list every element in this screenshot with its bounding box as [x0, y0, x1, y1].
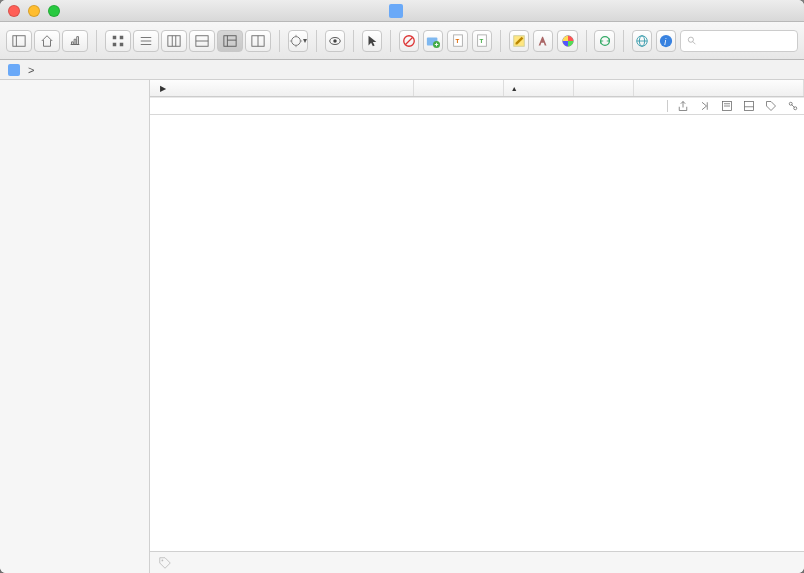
svg-point-37 [688, 37, 693, 42]
svg-point-19 [291, 36, 300, 45]
sidebar[interactable] [0, 80, 150, 573]
col-name[interactable]: ▶ [150, 80, 414, 96]
text-view-icon[interactable] [720, 100, 734, 112]
col-size[interactable] [574, 80, 634, 96]
zoom-window-button[interactable] [48, 5, 60, 17]
view-columns-button[interactable] [161, 30, 187, 52]
home-button[interactable] [34, 30, 60, 52]
view-three-pane-button[interactable] [217, 30, 243, 52]
file-list-footer [150, 97, 804, 114]
web-button[interactable] [632, 30, 652, 52]
new-group-button[interactable] [423, 30, 443, 52]
svg-rect-3 [120, 35, 124, 39]
colors-button[interactable] [557, 30, 577, 52]
view-list-button[interactable] [133, 30, 159, 52]
separator [353, 30, 354, 52]
sync-button[interactable] [594, 30, 614, 52]
tag-view-icon[interactable] [764, 100, 778, 112]
new-formatted-note-button[interactable]: T [472, 30, 492, 52]
view-icons-button[interactable] [105, 30, 131, 52]
svg-rect-0 [13, 35, 25, 46]
svg-line-23 [405, 37, 412, 44]
see-also-icon[interactable] [786, 100, 800, 112]
svg-rect-4 [113, 42, 117, 46]
action-menu-button[interactable]: ▾ [288, 30, 308, 52]
separator [586, 30, 587, 52]
sidebar-toggle-button[interactable] [6, 30, 32, 52]
svg-line-38 [693, 41, 696, 44]
document-icon [389, 4, 403, 18]
separator [623, 30, 624, 52]
separator [279, 30, 280, 52]
titlebar [0, 0, 804, 22]
cursor-button[interactable] [362, 30, 382, 52]
col-kind[interactable]: ▲ [504, 80, 574, 96]
main-area: ▶ ▲ [0, 80, 804, 573]
content-pane: ▶ ▲ [150, 80, 804, 573]
view-split-v-button[interactable] [245, 30, 271, 52]
toolbar: ▾ T T i [0, 22, 804, 60]
sorter-button[interactable] [62, 30, 88, 52]
quicklook-button[interactable] [325, 30, 345, 52]
window-title [389, 4, 415, 18]
share-icon[interactable] [676, 100, 690, 112]
app-window: ▾ T T i > ▶ [0, 0, 804, 573]
file-list[interactable]: ▶ ▲ [150, 80, 804, 115]
svg-rect-9 [168, 35, 180, 46]
fonts-button[interactable] [533, 30, 553, 52]
preview-down-icon[interactable] [742, 100, 756, 112]
reveal-icon[interactable] [698, 100, 712, 112]
svg-rect-2 [113, 35, 117, 39]
view-split-h-button[interactable] [189, 30, 215, 52]
tag-bar[interactable] [150, 551, 804, 573]
database-icon [8, 64, 20, 76]
path-bar[interactable]: > [0, 60, 804, 80]
svg-point-48 [162, 559, 164, 561]
search-icon [687, 35, 697, 47]
path-sep: > [28, 64, 34, 76]
svg-line-47 [792, 105, 795, 108]
edit-button[interactable] [509, 30, 529, 52]
file-list-header[interactable]: ▶ ▲ [150, 80, 804, 97]
search-field[interactable] [680, 30, 798, 52]
separator [316, 30, 317, 52]
new-rtf-button[interactable]: T [447, 30, 467, 52]
separator [96, 30, 97, 52]
svg-rect-43 [745, 102, 754, 111]
search-input[interactable] [702, 35, 791, 47]
svg-rect-14 [224, 35, 236, 46]
svg-point-21 [333, 39, 337, 43]
svg-rect-5 [120, 42, 124, 46]
preview-pane[interactable] [150, 115, 804, 551]
separator [500, 30, 501, 52]
info-button[interactable]: i [656, 30, 676, 52]
col-modified[interactable] [414, 80, 504, 96]
window-controls [8, 5, 60, 17]
separator [390, 30, 391, 52]
svg-text:T: T [479, 36, 483, 43]
tag-icon [158, 556, 172, 570]
svg-text:T: T [455, 36, 459, 43]
delete-button[interactable] [399, 30, 419, 52]
minimize-window-button[interactable] [28, 5, 40, 17]
col-url[interactable] [634, 80, 804, 96]
close-window-button[interactable] [8, 5, 20, 17]
